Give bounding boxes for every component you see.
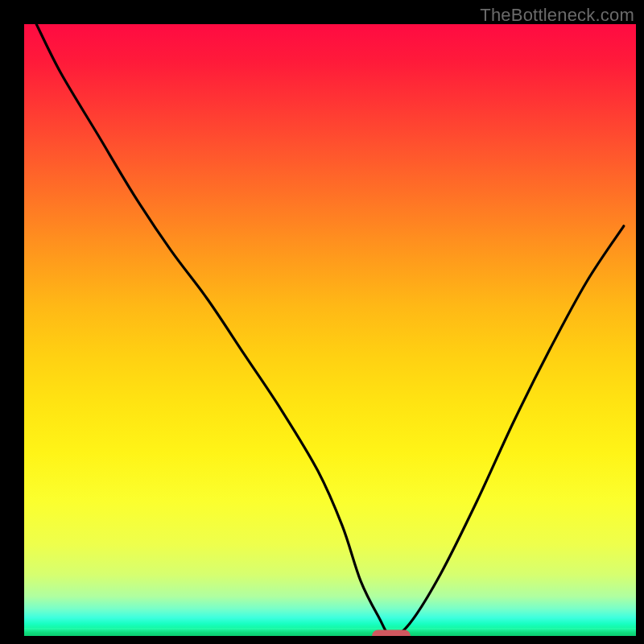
optimum-marker: [372, 630, 411, 637]
chart-frame: TheBottleneck.com: [0, 0, 644, 644]
watermark-text: TheBottleneck.com: [480, 5, 634, 26]
plot-area: [24, 24, 636, 636]
bottleneck-curve: [24, 24, 636, 636]
